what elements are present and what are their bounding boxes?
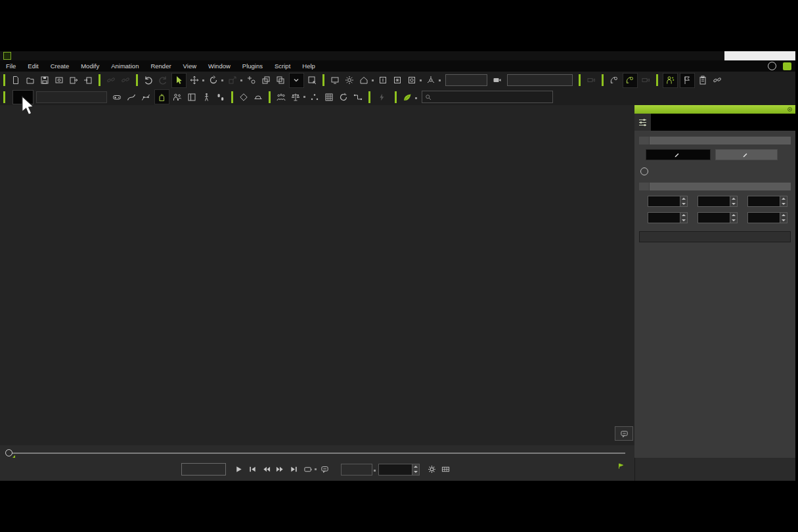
next-frame-button[interactable] — [275, 464, 286, 476]
refresh-icon[interactable] — [338, 91, 350, 103]
loop-button[interactable] — [302, 464, 314, 476]
rotate-y-input[interactable] — [698, 213, 730, 223]
rotate-z-stepper[interactable] — [780, 213, 787, 223]
physics-icon[interactable] — [290, 91, 302, 103]
camera-link-icon[interactable] — [640, 74, 652, 87]
character-section-header[interactable] — [639, 137, 791, 144]
viewport-comment-button[interactable] — [615, 426, 633, 441]
hand-gesture-icon[interactable] — [154, 89, 169, 104]
collapse-button[interactable] — [639, 137, 650, 144]
add-points-button[interactable] — [783, 62, 791, 70]
motion-director-logo[interactable] — [12, 90, 33, 104]
menu-item[interactable]: Edit — [22, 60, 44, 72]
side-panel-icon[interactable] — [186, 91, 198, 103]
menu-item[interactable]: Modify — [75, 60, 105, 72]
menu-item[interactable]: Create — [45, 60, 76, 72]
link-chain-icon[interactable] — [711, 74, 724, 87]
timeline-panel-button[interactable] — [440, 464, 452, 476]
render-image-icon[interactable] — [53, 74, 66, 87]
unlink-icon[interactable] — [120, 74, 132, 87]
camera-disabled-icon[interactable] — [585, 74, 598, 87]
settings-gear-button[interactable] — [426, 464, 438, 476]
menu-item[interactable]: View — [177, 60, 202, 72]
menu-item[interactable]: Render — [144, 60, 177, 72]
gamepad-icon[interactable] — [111, 91, 123, 103]
scene-canvas[interactable] — [0, 105, 634, 445]
display-mode-icon[interactable] — [329, 74, 342, 87]
move-y-stepper[interactable] — [730, 196, 737, 206]
first-frame-button[interactable] — [247, 464, 259, 476]
lighting-icon[interactable] — [344, 74, 356, 87]
redo-icon[interactable] — [157, 74, 169, 87]
menu-item[interactable]: Animation — [105, 60, 144, 72]
modify-panel-header[interactable] — [634, 105, 795, 114]
snap-move-icon[interactable] — [246, 74, 258, 87]
grid-icon[interactable] — [323, 91, 336, 103]
move-x-stepper[interactable] — [680, 196, 687, 206]
realtime-button[interactable] — [181, 463, 226, 476]
orbit-camera-active-icon[interactable] — [623, 73, 638, 88]
edit-mode-button[interactable] — [715, 149, 778, 160]
crowd-icon[interactable] — [275, 91, 288, 103]
open-project-icon[interactable] — [24, 74, 37, 87]
lite-mode-button[interactable] — [646, 149, 711, 160]
home-view-icon[interactable] — [358, 74, 370, 87]
content-leaf-icon[interactable] — [401, 91, 414, 103]
rotate-tool-icon[interactable] — [208, 74, 220, 87]
move-z-input[interactable] — [748, 196, 780, 206]
reset-zero-out-button[interactable] — [639, 231, 791, 242]
search-input[interactable] — [434, 93, 550, 101]
move-x-input[interactable] — [648, 196, 680, 206]
rotate-x-input[interactable] — [648, 213, 680, 223]
comment-button[interactable] — [319, 464, 331, 476]
camera-view-1-icon[interactable] — [377, 74, 389, 87]
camcorder-icon[interactable] — [491, 74, 504, 87]
clipboard-icon[interactable] — [697, 74, 709, 87]
frame-options-dot[interactable] — [374, 470, 376, 472]
rotate-x-stepper[interactable] — [680, 213, 687, 223]
new-project-icon[interactable] — [10, 74, 22, 87]
rotate-z-input[interactable] — [748, 213, 780, 223]
particle-icon[interactable] — [309, 91, 321, 103]
frame-value-input[interactable] — [379, 464, 412, 475]
frame-mode-dropdown[interactable] — [341, 464, 372, 476]
timeline-track[interactable] — [6, 453, 625, 454]
move-z-stepper[interactable] — [780, 196, 787, 206]
curve-editor-icon[interactable] — [140, 91, 152, 103]
auto-hide-pin-icon[interactable] — [787, 106, 793, 112]
last-frame-button[interactable] — [288, 464, 300, 476]
loop-options-dot[interactable] — [315, 468, 317, 470]
accessory-icon[interactable] — [252, 91, 265, 103]
accupose-button[interactable] — [378, 93, 388, 101]
frame-stepper[interactable] — [412, 464, 419, 475]
motion-curve-icon[interactable] — [125, 91, 138, 103]
move-y-input[interactable] — [698, 196, 730, 206]
previous-frame-button[interactable] — [261, 464, 273, 476]
save-project-icon[interactable] — [39, 74, 51, 87]
collapse-button[interactable] — [639, 183, 650, 190]
gizmo-icon[interactable] — [425, 74, 437, 87]
import-icon[interactable] — [82, 74, 95, 87]
local-transform-section-header[interactable] — [639, 183, 791, 190]
export-icon[interactable] — [68, 74, 80, 87]
flow-icon[interactable] — [352, 91, 365, 103]
characters-icon[interactable] — [171, 91, 184, 103]
camera-view-effect-icon[interactable] — [391, 74, 404, 87]
render-mode-dropdown[interactable] — [445, 74, 487, 86]
align-floor-icon[interactable] — [260, 74, 273, 87]
orbit-camera-icon[interactable] — [608, 74, 621, 87]
quality-dropdown[interactable] — [507, 74, 573, 86]
maximize-button[interactable] — [749, 51, 773, 60]
align-object-icon[interactable] — [275, 74, 287, 87]
minimize-button[interactable] — [724, 51, 749, 60]
move-tool-icon[interactable] — [188, 74, 201, 87]
menu-item[interactable]: Script — [269, 60, 296, 72]
menu-item[interactable]: File — [0, 60, 22, 72]
rotate-y-stepper[interactable] — [730, 213, 737, 223]
dock-chevron-icon[interactable] — [289, 73, 304, 88]
actor-mode-icon[interactable] — [663, 73, 678, 88]
footsteps-icon[interactable] — [215, 91, 227, 103]
play-button[interactable] — [233, 464, 245, 476]
import-scene-icon[interactable] — [306, 74, 319, 87]
custom-settings-dropdown[interactable] — [36, 91, 107, 103]
